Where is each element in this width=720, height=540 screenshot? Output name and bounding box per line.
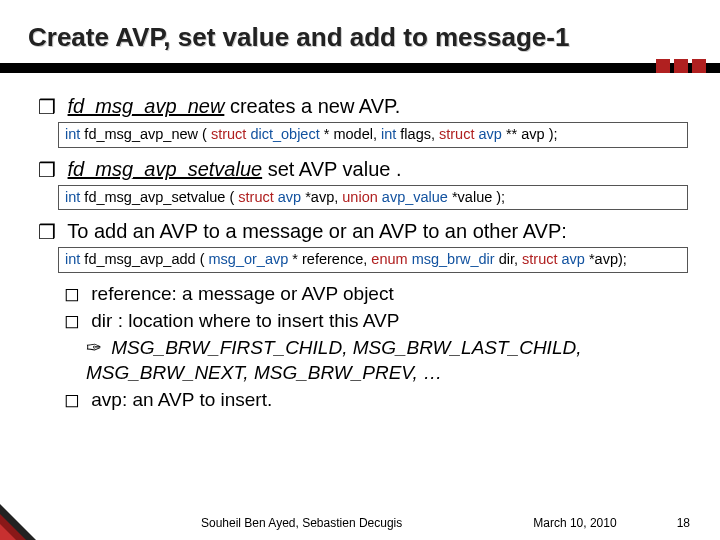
func-name: fd_msg_avp_new (68, 95, 225, 117)
code-snippet-setvalue: int fd_msg_avp_setvalue ( struct avp *av… (58, 185, 688, 210)
bullet-icon: ❒ (38, 96, 56, 118)
bullet-text: reference: a message or AVP object (91, 283, 393, 304)
bullet-text: avp: an AVP to insert. (91, 389, 272, 410)
footer-authors: Souheil Ben Ayed, Sebastien Decugis (70, 516, 533, 530)
footer-date: March 10, 2010 (533, 516, 616, 530)
subsub-bullet-enum: ✑ MSG_BRW_FIRST_CHILD, MSG_BRW_LAST_CHIL… (86, 335, 688, 385)
bullet-icon: ✑ (86, 337, 102, 358)
bullet-icon: ◻ (64, 310, 80, 331)
t: ** avp ); (502, 126, 558, 142)
kw: union (342, 189, 377, 205)
bullet-setvalue: ❒ fd_msg_avp_setvalue set AVP value . (38, 156, 688, 182)
bullet-text: MSG_BRW_FIRST_CHILD, MSG_BRW_LAST_CHILD,… (86, 337, 581, 383)
kw: avp (562, 251, 585, 267)
code-snippet-new: int fd_msg_avp_new ( struct dict_object … (58, 122, 688, 147)
sub-bullet-dir: ◻ dir : location where to insert this AV… (64, 308, 688, 333)
t: flags, (396, 126, 439, 142)
bullet-text: dir : location where to insert this AVP (91, 310, 399, 331)
kw: struct (439, 126, 474, 142)
kw: dict_object (250, 126, 319, 142)
kw: avp_value (382, 189, 448, 205)
bullet-text: set AVP value . (262, 158, 401, 180)
divider-band (0, 63, 720, 85)
bullet-text: To add an AVP to a message or an AVP to … (67, 220, 567, 242)
content-area: ❒ fd_msg_avp_new creates a new AVP. int … (28, 93, 692, 412)
kw: struct (522, 251, 557, 267)
sub-bullet-avp: ◻ avp: an AVP to insert. (64, 387, 688, 412)
slide-title: Create AVP, set value and add to message… (28, 22, 692, 53)
t: * reference, (288, 251, 371, 267)
t: *avp); (585, 251, 627, 267)
sub-bullet-reference: ◻ reference: a message or AVP object (64, 281, 688, 306)
kw: msg_or_avp (209, 251, 289, 267)
kw: enum (371, 251, 407, 267)
accent-squares (656, 59, 706, 73)
bullet-add-avp: ❒ To add an AVP to a message or an AVP t… (38, 218, 688, 244)
kw: avp (479, 126, 502, 142)
t: dir, (495, 251, 522, 267)
t: fd_msg_avp_new ( (80, 126, 211, 142)
kw: int (65, 251, 80, 267)
bullet-new-avp: ❒ fd_msg_avp_new creates a new AVP. (38, 93, 688, 119)
bullet-icon: ◻ (64, 283, 80, 304)
page-number: 18 (677, 516, 690, 530)
kw: msg_brw_dir (412, 251, 495, 267)
bullet-text: creates a new AVP. (224, 95, 400, 117)
kw: struct (211, 126, 246, 142)
t: *value ); (448, 189, 505, 205)
kw: struct (238, 189, 273, 205)
t: fd_msg_avp_add ( (80, 251, 208, 267)
kw: int (381, 126, 396, 142)
code-snippet-add: int fd_msg_avp_add ( msg_or_avp * refere… (58, 247, 688, 272)
func-name: fd_msg_avp_setvalue (68, 158, 263, 180)
t: * model, (320, 126, 381, 142)
bullet-icon: ❒ (38, 221, 56, 243)
t: *avp, (301, 189, 342, 205)
kw: int (65, 126, 80, 142)
bullet-icon: ◻ (64, 389, 80, 410)
kw: int (65, 189, 80, 205)
kw: avp (278, 189, 301, 205)
footer: Souheil Ben Ayed, Sebastien Decugis Marc… (0, 516, 720, 530)
bullet-icon: ❒ (38, 159, 56, 181)
t: fd_msg_avp_setvalue ( (80, 189, 238, 205)
